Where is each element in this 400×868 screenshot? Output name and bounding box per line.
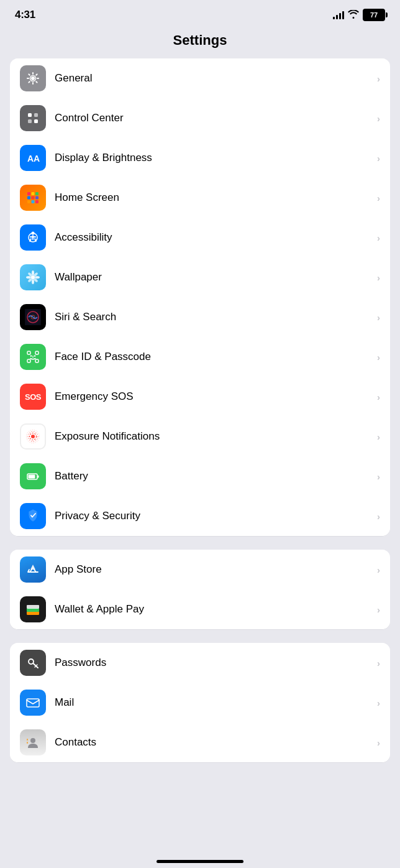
- general-label: General: [55, 72, 377, 85]
- svg-rect-61: [27, 742, 28, 744]
- wallpaper-chevron: ›: [377, 272, 380, 283]
- svg-rect-36: [27, 359, 30, 362]
- battery-label: Battery: [55, 470, 377, 482]
- accessibility-chevron: ›: [377, 233, 380, 243]
- settings-row-control-center[interactable]: Control Center ›: [10, 98, 390, 138]
- svg-rect-13: [27, 200, 30, 203]
- wallpaper-icon: [20, 264, 46, 290]
- home-bar: [157, 860, 243, 863]
- settings-row-privacy[interactable]: Privacy & Security ›: [10, 496, 390, 536]
- svg-rect-15: [35, 200, 39, 203]
- mail-chevron: ›: [377, 698, 380, 708]
- general-icon: [20, 65, 46, 91]
- wallpaper-label: Wallpaper: [55, 271, 377, 284]
- exposure-icon: [20, 423, 46, 450]
- appstore-chevron: ›: [377, 565, 380, 575]
- svg-rect-5: [34, 119, 38, 123]
- faceid-icon: [20, 344, 46, 370]
- appstore-icon: [20, 556, 46, 583]
- privacy-icon: [20, 503, 46, 529]
- mail-label: Mail: [55, 696, 377, 709]
- settings-row-general[interactable]: General ›: [10, 58, 390, 98]
- settings-row-appstore[interactable]: App Store ›: [10, 550, 390, 589]
- settings-row-home-screen[interactable]: Home Screen ›: [10, 178, 390, 218]
- svg-rect-3: [34, 113, 38, 117]
- siri-icon: [20, 304, 46, 330]
- exposure-label: Exposure Notifications: [55, 430, 377, 443]
- svg-rect-60: [27, 739, 28, 741]
- settings-row-accessibility[interactable]: Accessibility ›: [10, 218, 390, 257]
- passwords-chevron: ›: [377, 658, 380, 668]
- status-time: 4:31: [15, 9, 35, 21]
- siri-chevron: ›: [377, 312, 380, 323]
- contacts-icon: [20, 729, 46, 755]
- svg-rect-37: [35, 359, 39, 362]
- settings-row-exposure[interactable]: Exposure Notifications ›: [10, 417, 390, 456]
- settings-row-display[interactable]: AA Display & Brightness ›: [10, 138, 390, 178]
- settings-row-wallet[interactable]: Wallet & Apple Pay ›: [10, 589, 390, 629]
- faceid-label: Face ID & Passcode: [55, 351, 377, 363]
- settings-group-3: Passwords › Mail › Contacts ›: [10, 643, 390, 762]
- svg-rect-35: [35, 351, 39, 354]
- svg-rect-52: [27, 605, 39, 607]
- sos-chevron: ›: [377, 392, 380, 402]
- home-screen-label: Home Screen: [55, 192, 377, 204]
- faceid-chevron: ›: [377, 352, 380, 362]
- svg-line-56: [35, 666, 36, 667]
- svg-point-38: [30, 355, 32, 356]
- settings-row-mail[interactable]: Mail ›: [10, 683, 390, 723]
- svg-line-54: [34, 663, 39, 668]
- svg-rect-7: [27, 192, 30, 195]
- svg-rect-8: [32, 192, 35, 195]
- settings-row-sos[interactable]: SOS Emergency SOS ›: [10, 377, 390, 417]
- accessibility-icon: [20, 224, 46, 251]
- wallet-label: Wallet & Apple Pay: [55, 603, 377, 616]
- siri-label: Siri & Search: [55, 311, 377, 323]
- settings-row-siri[interactable]: Siri & Search ›: [10, 297, 390, 337]
- settings-row-faceid[interactable]: Face ID & Passcode ›: [10, 337, 390, 377]
- passwords-icon: [20, 650, 46, 676]
- display-label: Display & Brightness: [55, 152, 377, 164]
- svg-rect-57: [27, 699, 39, 707]
- home-screen-icon: [20, 185, 46, 211]
- wifi-icon: [348, 10, 359, 21]
- mail-icon: [20, 690, 46, 716]
- control-center-label: Control Center: [55, 112, 377, 124]
- control-center-icon: [20, 105, 46, 131]
- svg-rect-11: [32, 196, 35, 200]
- wallet-chevron: ›: [377, 604, 380, 615]
- contacts-label: Contacts: [55, 736, 377, 749]
- settings-row-contacts[interactable]: Contacts ›: [10, 723, 390, 762]
- signal-icon: [333, 11, 344, 19]
- sos-label: Emergency SOS: [55, 390, 377, 403]
- svg-point-0: [31, 76, 35, 80]
- svg-rect-14: [32, 200, 35, 203]
- sos-icon: SOS: [20, 384, 46, 410]
- privacy-label: Privacy & Security: [55, 510, 377, 522]
- general-chevron: ›: [377, 73, 380, 84]
- appstore-label: App Store: [55, 563, 377, 576]
- svg-text:AA: AA: [27, 154, 40, 164]
- settings-row-battery[interactable]: Battery ›: [10, 456, 390, 496]
- svg-point-39: [34, 355, 35, 356]
- battery-icon: [20, 463, 46, 489]
- home-screen-chevron: ›: [377, 193, 380, 203]
- settings-row-passwords[interactable]: Passwords ›: [10, 643, 390, 683]
- svg-point-59: [30, 738, 35, 743]
- exposure-chevron: ›: [377, 432, 380, 442]
- status-bar: 4:31 77: [0, 0, 400, 27]
- svg-rect-10: [27, 196, 30, 200]
- display-chevron: ›: [377, 153, 380, 164]
- settings-group-2: App Store › Wallet & Apple Pay ›: [10, 550, 390, 629]
- settings-row-wallpaper[interactable]: Wallpaper ›: [10, 257, 390, 297]
- svg-rect-12: [35, 196, 39, 200]
- status-icons: 77: [333, 9, 385, 21]
- svg-rect-45: [38, 476, 39, 478]
- control-center-chevron: ›: [377, 113, 380, 124]
- svg-point-23: [32, 270, 34, 275]
- svg-rect-4: [28, 119, 32, 123]
- svg-rect-9: [35, 192, 39, 195]
- accessibility-label: Accessibility: [55, 231, 377, 244]
- passwords-label: Passwords: [55, 657, 377, 669]
- battery-status-icon: 77: [363, 9, 385, 21]
